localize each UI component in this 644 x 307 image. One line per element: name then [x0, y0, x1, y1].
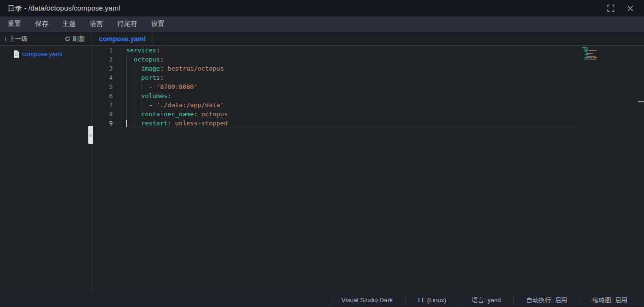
line-number: 5 — [92, 82, 126, 91]
window-title: 目录 - /data/octopus/compose.yaml — [0, 4, 607, 13]
minimap-segment — [584, 59, 588, 60]
code-token: image — [141, 65, 160, 72]
minimap-row — [582, 56, 596, 57]
minimap-segment — [584, 57, 592, 58]
token-run: restart: unless-stopped — [126, 120, 227, 127]
status-item[interactable]: 缩略图: 启用 — [580, 294, 640, 306]
code-token — [171, 120, 175, 127]
token-run: - './data:/app/data' — [126, 101, 224, 109]
line-number: 1 — [92, 46, 126, 55]
code-token: restart — [141, 120, 167, 127]
code-line[interactable]: 8 container_name: octopus — [92, 110, 644, 119]
code-line[interactable]: 1services: — [92, 46, 644, 55]
code-line[interactable]: 6 volumes: — [92, 91, 644, 100]
minimap-segment — [589, 59, 596, 60]
code-token: : — [160, 74, 164, 81]
header-row: ↑ 上一级 刷新 compose.yaml — [0, 32, 644, 46]
code-line[interactable]: 7 - './data:/app/data' — [92, 100, 644, 110]
minimap-row — [582, 49, 596, 49]
code-token: bestrui/octopus — [167, 65, 224, 72]
code-line[interactable]: 3 image: bestrui/octopus — [92, 64, 644, 73]
tab-label: compose.yaml — [99, 35, 145, 43]
line-number: 4 — [92, 73, 126, 82]
minimap-row — [582, 50, 596, 51]
line-number: 2 — [92, 55, 126, 64]
code-token: : — [194, 111, 198, 118]
code-token — [153, 83, 156, 90]
up-level-button[interactable]: ↑ 上一级 — [4, 35, 28, 43]
minimap-segment — [584, 50, 588, 51]
main-area: compose.yaml « 1services:2 octopus:3 ima… — [0, 46, 644, 294]
line-content: volumes: — [126, 91, 171, 100]
minimap-segment — [584, 51, 588, 52]
code-line[interactable]: 9 restart: unless-stopped — [92, 119, 644, 128]
token-run: ports: — [126, 74, 164, 81]
code-token: volumes — [141, 92, 167, 99]
overview-ruler-marker — [638, 101, 644, 102]
menu-item[interactable]: 语言 — [86, 18, 107, 30]
refresh-button[interactable]: 刷新 — [65, 35, 85, 43]
menu-item[interactable]: 行尾符 — [114, 18, 141, 30]
line-number: 3 — [92, 64, 126, 73]
status-item[interactable]: 自动换行: 启用 — [513, 294, 580, 306]
token-run: container_name: octopus — [126, 111, 227, 118]
window-buttons — [607, 4, 644, 12]
code-line[interactable]: 5 - '8780:8080' — [92, 82, 644, 91]
minimap[interactable] — [582, 47, 596, 60]
code-line[interactable]: 2 octopus: — [92, 55, 644, 64]
minimap-segment — [586, 53, 593, 54]
minimap-row — [582, 47, 596, 48]
menu-item[interactable]: 主题 — [59, 18, 79, 30]
token-run: services: — [126, 47, 160, 54]
line-content: ports: — [126, 73, 164, 82]
code-token — [126, 83, 149, 90]
fullscreen-button[interactable] — [607, 4, 615, 12]
status-item[interactable]: 语言: yaml — [459, 294, 513, 306]
close-button[interactable] — [626, 4, 634, 12]
indent-guide — [126, 119, 127, 128]
menu-item[interactable]: 重置 — [4, 18, 24, 30]
line-content: - '8780:8080' — [126, 82, 198, 91]
code-token — [126, 120, 141, 127]
code-token — [164, 65, 167, 72]
minimap-row — [582, 57, 596, 58]
status-item[interactable]: LF (Linux) — [405, 294, 459, 306]
token-run: octopus: — [126, 56, 164, 63]
line-content: container_name: octopus — [126, 110, 227, 119]
fullscreen-icon — [607, 4, 615, 12]
file-item[interactable]: compose.yaml — [0, 49, 92, 59]
sidebar-collapse-handle[interactable]: « — [88, 126, 93, 144]
code-token — [126, 56, 134, 63]
refresh-label: 刷新 — [72, 35, 85, 43]
code-token: '8780:8080' — [156, 83, 198, 90]
refresh-icon — [65, 36, 71, 42]
menu-item[interactable]: 保存 — [32, 18, 52, 30]
file-icon — [13, 50, 20, 58]
code-editor[interactable]: 1services:2 octopus:3 image: bestrui/oct… — [92, 46, 644, 294]
title-bar: 目录 - /data/octopus/compose.yaml — [0, 0, 644, 16]
code-lines: 1services:2 octopus:3 image: bestrui/oct… — [92, 46, 644, 128]
code-line[interactable]: 4 ports: — [92, 73, 644, 82]
tab-strip: compose.yaml — [92, 32, 644, 45]
explorer-header: ↑ 上一级 刷新 — [0, 32, 92, 45]
code-token — [126, 65, 141, 72]
code-token: octopus — [202, 111, 228, 118]
code-token: container_name — [141, 111, 194, 118]
up-arrow-icon: ↑ — [4, 35, 7, 42]
minimap-segment — [589, 50, 596, 51]
code-token: : — [167, 120, 171, 127]
code-token — [126, 92, 141, 99]
minimap-segment — [584, 49, 588, 49]
code-token — [126, 111, 141, 118]
line-content: image: bestrui/octopus — [126, 64, 224, 73]
token-run: volumes: — [126, 92, 171, 99]
tab-compose-yaml[interactable]: compose.yaml — [92, 32, 153, 45]
status-item[interactable]: Visual Studio Dark — [329, 294, 405, 306]
line-content: octopus: — [126, 55, 164, 64]
menu-item[interactable]: 设置 — [148, 18, 168, 30]
line-content: services: — [126, 46, 160, 55]
minimap-segment — [584, 54, 589, 55]
code-token — [198, 111, 202, 118]
code-token — [126, 74, 141, 81]
code-token — [126, 101, 149, 109]
